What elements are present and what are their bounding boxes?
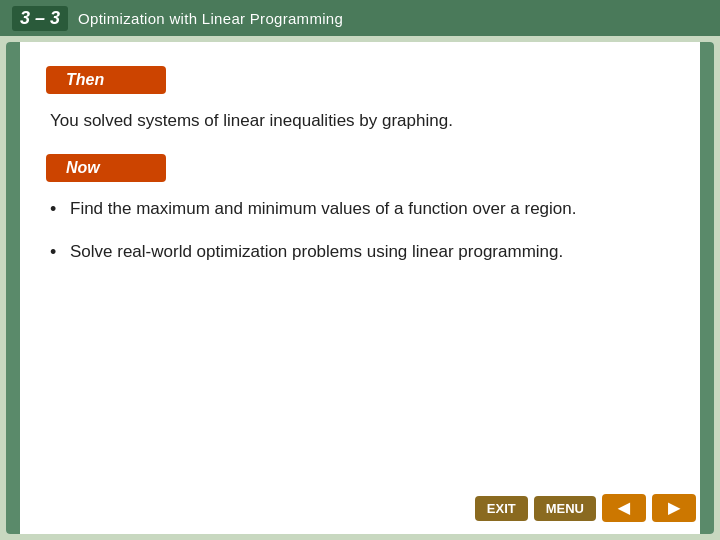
menu-button[interactable]: MENU xyxy=(534,496,596,521)
then-text: You solved systems of linear inequalitie… xyxy=(50,108,684,134)
bottom-nav: EXIT MENU ◀ ▶ xyxy=(475,494,696,522)
now-badge: Now xyxy=(46,154,166,182)
right-decorative-bar xyxy=(700,42,714,534)
main-content-card: Then You solved systems of linear inequa… xyxy=(6,42,714,534)
now-list-item-2: Solve real-world optimization problems u… xyxy=(50,239,684,265)
prev-button[interactable]: ◀ xyxy=(602,494,646,522)
now-list-item-1: Find the maximum and minimum values of a… xyxy=(50,196,684,222)
outer-frame: 3 – 3 Optimization with Linear Programmi… xyxy=(0,0,720,540)
header-bar: 3 – 3 Optimization with Linear Programmi… xyxy=(0,0,720,36)
now-list: Find the maximum and minimum values of a… xyxy=(50,196,684,265)
then-section: Then You solved systems of linear inequa… xyxy=(46,66,684,134)
exit-button[interactable]: EXIT xyxy=(475,496,528,521)
lesson-badge: 3 – 3 xyxy=(12,6,68,31)
now-section: Now Find the maximum and minimum values … xyxy=(46,154,684,515)
then-badge: Then xyxy=(46,66,166,94)
content-inner: Then You solved systems of linear inequa… xyxy=(46,66,684,514)
left-decorative-bar xyxy=(6,42,20,534)
next-button[interactable]: ▶ xyxy=(652,494,696,522)
header-title: Optimization with Linear Programming xyxy=(78,10,343,27)
